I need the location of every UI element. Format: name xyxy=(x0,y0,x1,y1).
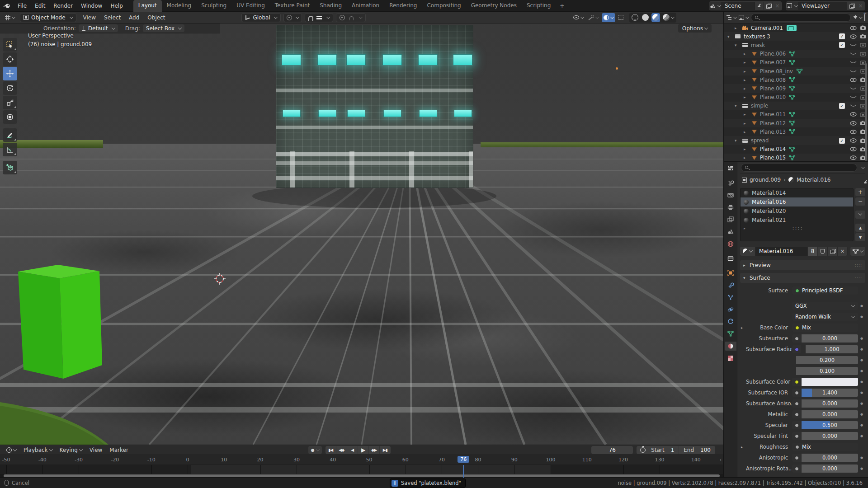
visibility-eye-icon[interactable] xyxy=(848,112,858,117)
visibility-eye-icon[interactable] xyxy=(848,155,858,160)
browse-material-button[interactable] xyxy=(740,247,755,256)
animate-decorator[interactable]: ● xyxy=(858,380,865,384)
expand-arrow-icon[interactable] xyxy=(727,34,734,39)
viewport-3d[interactable]: User Perspective (76) noise | ground.009 xyxy=(0,23,723,445)
visibility-eye-icon[interactable] xyxy=(848,121,858,126)
outliner-row[interactable]: Plane.007 ✓ xyxy=(724,58,868,67)
property-field[interactable]: 0.000 xyxy=(802,399,858,408)
expand-arrow-icon[interactable]: ▸ xyxy=(740,445,746,449)
animate-decorator[interactable]: ● xyxy=(858,413,865,416)
unlink-material-button[interactable] xyxy=(838,247,848,256)
outliner-item-name[interactable]: Plane.014 xyxy=(760,146,786,152)
outliner-row[interactable]: Camera.001 ✓ xyxy=(724,23,868,32)
tool-annotate[interactable] xyxy=(3,128,17,142)
workspace-tab[interactable]: Rendering xyxy=(384,0,422,12)
viewport-menu-item[interactable]: Select xyxy=(100,13,125,23)
tool-move[interactable] xyxy=(3,67,17,80)
outliner-search-input[interactable] xyxy=(751,14,851,22)
outliner-item-name[interactable]: Camera.001 xyxy=(751,25,783,31)
animate-decorator[interactable]: ● xyxy=(858,337,865,340)
expand-arrow-icon[interactable] xyxy=(735,26,741,30)
property-field[interactable]: 1.000 xyxy=(806,345,858,353)
workspace-tab[interactable]: Modeling xyxy=(162,0,197,12)
properties-search-input[interactable] xyxy=(741,164,857,172)
outliner-item-name[interactable]: Plane.012 xyxy=(760,120,786,127)
panel-grip[interactable]: :::: xyxy=(855,276,862,280)
shading-rendered-button[interactable] xyxy=(662,13,675,22)
end-frame-field[interactable]: End 100 xyxy=(679,446,715,454)
editor-type-button[interactable] xyxy=(2,14,18,22)
tool-scale[interactable] xyxy=(3,96,17,109)
viewport-menu-item[interactable]: View xyxy=(79,13,100,23)
outliner-item-name[interactable]: spread xyxy=(751,137,769,144)
view-layer-name[interactable]: ViewLayer xyxy=(798,3,847,9)
tab-modifiers[interactable] xyxy=(725,281,736,290)
color-swatch[interactable] xyxy=(802,378,858,386)
tab-constraints[interactable] xyxy=(725,317,736,326)
property-field[interactable]: 0.100 xyxy=(796,367,858,375)
visibility-eye-icon[interactable] xyxy=(848,95,858,99)
blender-logo-icon[interactable] xyxy=(0,3,14,9)
outliner-row[interactable]: Plane.006 ✓ xyxy=(724,50,868,58)
breadcrumb-material[interactable]: Material.016 xyxy=(797,177,830,183)
outliner-item-name[interactable]: Plane.013 xyxy=(760,129,786,135)
outliner-item-name[interactable]: Plane.011 xyxy=(760,111,786,117)
socket-chip[interactable] xyxy=(792,334,801,343)
falloff-curve-icon[interactable] xyxy=(348,15,354,20)
topbar-menu-item[interactable]: Window xyxy=(77,1,106,11)
add-slot-button[interactable]: + xyxy=(855,188,865,196)
property-field[interactable]: 0.000 xyxy=(802,410,858,418)
tab-object[interactable] xyxy=(725,268,736,277)
property-field[interactable]: 0.000 xyxy=(802,465,858,473)
expand-arrow-icon[interactable] xyxy=(735,103,741,108)
jump-to-start-button[interactable]: ▮◀ xyxy=(326,446,336,454)
expand-arrow-icon[interactable] xyxy=(744,112,750,117)
breadcrumb-object[interactable]: ground.009 xyxy=(750,177,781,183)
panel-grip[interactable]: :::: xyxy=(855,263,862,267)
socket-chip[interactable] xyxy=(792,421,801,429)
property-field[interactable]: 0.000 xyxy=(802,432,858,440)
render-camera-icon[interactable] xyxy=(858,52,868,56)
socket-chip[interactable] xyxy=(792,432,801,440)
outliner-item-name[interactable]: textures 3 xyxy=(744,33,770,40)
timeline-editor-button[interactable] xyxy=(3,446,20,454)
material-slot-row[interactable]: Material.014 xyxy=(741,188,853,197)
snap-pivot-dropdown[interactable] xyxy=(283,13,302,22)
render-camera-icon[interactable] xyxy=(858,25,868,30)
scene-name[interactable]: Scene xyxy=(721,3,755,9)
animate-decorator[interactable]: ● xyxy=(858,304,865,308)
topbar-menu-item[interactable]: File xyxy=(14,1,31,11)
tab-scene[interactable] xyxy=(725,227,736,236)
new-material-button[interactable] xyxy=(828,247,838,256)
workspace-tab[interactable]: Layout xyxy=(133,0,162,12)
tool-measure[interactable] xyxy=(3,143,17,156)
expand-arrow-icon[interactable] xyxy=(744,86,750,91)
property-field[interactable]: 0.500 xyxy=(802,421,858,429)
tab-particles[interactable] xyxy=(725,293,736,302)
workspace-tab[interactable]: Scripting xyxy=(522,0,556,12)
add-workspace-button[interactable]: + xyxy=(556,1,568,11)
tool-select-box[interactable] xyxy=(3,38,17,52)
snap-target-icon[interactable] xyxy=(316,15,322,20)
visibility-eye-icon[interactable] xyxy=(848,130,858,134)
property-field[interactable]: 1.400 xyxy=(802,389,858,397)
topbar-menu-item[interactable]: Edit xyxy=(31,1,49,11)
tab-world[interactable] xyxy=(725,239,736,249)
outliner-row[interactable]: mask ✓ xyxy=(724,41,868,49)
outliner-item-name[interactable]: Plane.007 xyxy=(760,59,786,66)
timeline-track[interactable] xyxy=(0,465,723,474)
expand-arrow-icon[interactable] xyxy=(744,60,750,65)
timeline-menu-keying[interactable]: Keying xyxy=(56,446,86,455)
play-button[interactable]: ▶ xyxy=(358,446,369,454)
move-slot-down-button[interactable]: ▼ xyxy=(855,233,865,241)
tab-tool[interactable] xyxy=(725,178,736,188)
property-field[interactable]: 0.000 xyxy=(802,334,858,343)
timeline-menu-view[interactable]: View xyxy=(86,446,106,455)
expand-arrow-icon[interactable] xyxy=(744,155,750,160)
outliner-item-name[interactable]: Plane.006 xyxy=(760,51,786,57)
socket-chip[interactable] xyxy=(792,465,801,473)
workspace-tab[interactable]: Animation xyxy=(347,0,384,12)
visibility-eye-icon[interactable] xyxy=(848,78,858,82)
outliner-item-name[interactable]: mask xyxy=(751,42,765,48)
property-field[interactable]: 0.000 xyxy=(802,454,858,462)
